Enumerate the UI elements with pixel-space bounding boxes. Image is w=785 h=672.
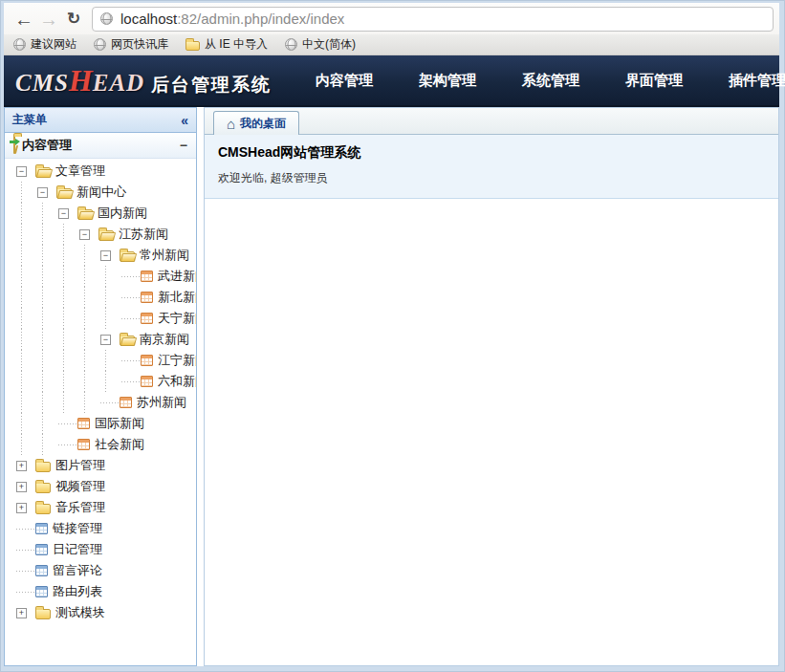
tree-node[interactable]: 留言评论 — [5, 560, 196, 581]
topnav-item[interactable]: 界面管理 — [602, 72, 706, 90]
back-icon[interactable]: ← — [11, 7, 36, 32]
tree-guide — [37, 413, 58, 434]
folder-open-icon — [77, 209, 93, 220]
tree-connector — [121, 360, 141, 361]
tree-guide — [37, 266, 58, 287]
folder-go-icon — [13, 137, 15, 154]
expand-node-icon[interactable]: + — [16, 503, 27, 513]
tree-guide — [16, 329, 37, 350]
tree-guide — [16, 350, 37, 371]
tree-label: 国内新闻 — [98, 205, 147, 222]
table-blue-icon — [35, 544, 48, 555]
content-area — [205, 199, 778, 665]
tree-node[interactable]: 社会新闻 — [5, 434, 196, 455]
folder-open-icon — [120, 336, 135, 346]
bookmark-label: 从 IE 中导入 — [205, 36, 268, 53]
reload-icon[interactable]: ↻ — [61, 7, 86, 32]
tree-node[interactable]: 武进新闻 — [5, 266, 196, 287]
collapse-node-icon[interactable]: − — [100, 335, 111, 345]
tree-guide — [37, 224, 58, 245]
tree-node[interactable]: 六和新闻 — [5, 371, 196, 392]
topnav-item[interactable]: 插件管理 — [706, 72, 785, 90]
tree-label: 视频管理 — [55, 478, 105, 495]
tree-node[interactable]: −国内新闻 — [5, 203, 196, 224]
table-blue-icon — [35, 523, 48, 534]
collapse-sidebar-icon[interactable]: « — [181, 114, 188, 127]
tree-guide — [37, 350, 58, 371]
bookmark-item[interactable]: 从 IE 中导入 — [185, 36, 268, 53]
tree-connector — [121, 276, 141, 277]
tree-node[interactable]: 日记管理 — [5, 539, 196, 560]
folder-closed-icon — [35, 609, 51, 619]
tree-label: 新北新闻 — [158, 289, 196, 306]
tree-node[interactable]: +图片管理 — [5, 455, 196, 476]
workspace: 主菜单 « 内容管理 − −文章管理−新闻中心−国内新闻−江苏新闻−常州新闻武进… — [4, 107, 779, 666]
tree-connector — [16, 550, 35, 551]
tree-guide — [58, 371, 79, 392]
accordion-collapse-icon[interactable]: − — [180, 139, 187, 152]
tree-label: 新闻中心 — [76, 184, 126, 201]
tree-node[interactable]: −文章管理 — [5, 161, 196, 182]
sidebar-title: 主菜单 — [12, 112, 47, 128]
tree-label: 南京新闻 — [140, 331, 189, 348]
globe-icon — [285, 38, 297, 51]
url-path: :82/admin.php/index/index — [177, 11, 344, 27]
tree-node[interactable]: −江苏新闻 — [5, 224, 196, 245]
tree-node[interactable]: 苏州新闻 — [5, 392, 196, 413]
logo-suffix: 后台管理系统 — [151, 73, 272, 98]
tree-node[interactable]: 江宁新闻 — [5, 350, 196, 371]
tree-label: 江宁新闻 — [158, 352, 196, 369]
collapse-node-icon[interactable]: − — [79, 229, 90, 240]
sidebar-panel: 主菜单 « 内容管理 − −文章管理−新闻中心−国内新闻−江苏新闻−常州新闻武进… — [4, 107, 197, 666]
folder-closed-icon — [35, 504, 51, 514]
tree-guide — [37, 245, 58, 266]
folder-closed-icon — [35, 462, 51, 472]
tree-label: 音乐管理 — [55, 499, 105, 516]
accordion-content-management[interactable]: 内容管理 − — [5, 133, 196, 159]
collapse-node-icon[interactable]: − — [58, 208, 69, 219]
tree-connector — [58, 423, 77, 424]
tree-node[interactable]: 链接管理 — [5, 518, 196, 539]
tree-guide — [100, 287, 121, 308]
tree-node[interactable]: 路由列表 — [5, 581, 196, 602]
url-text: localhost:82/admin.php/index/index — [120, 11, 344, 27]
tree-label: 链接管理 — [53, 520, 102, 537]
topnav-item[interactable]: 架构管理 — [396, 72, 499, 90]
expand-node-icon[interactable]: + — [16, 482, 27, 492]
accordion-label: 内容管理 — [22, 137, 72, 154]
tree-guide — [16, 392, 37, 413]
collapse-node-icon[interactable]: − — [16, 166, 27, 177]
panel-splitter[interactable] — [197, 107, 204, 666]
tab-my-desktop[interactable]: ⌂ 我的桌面 — [213, 111, 299, 135]
tree-node[interactable]: 国际新闻 — [5, 413, 196, 434]
topnav-item[interactable]: 系统管理 — [499, 72, 602, 90]
tree-label: 六和新闻 — [158, 373, 196, 390]
topnav-item[interactable]: 内容管理 — [293, 72, 396, 90]
bookmark-item[interactable]: 建议网站 — [13, 36, 76, 53]
tree-node[interactable]: −常州新闻 — [5, 245, 196, 266]
expand-node-icon[interactable]: + — [16, 608, 27, 618]
tree-node[interactable]: −新闻中心 — [5, 182, 196, 203]
tree-node[interactable]: 新北新闻 — [5, 287, 196, 308]
tree-connector — [121, 318, 141, 319]
tree-label: 文章管理 — [55, 163, 105, 180]
forward-icon[interactable]: → — [36, 7, 61, 32]
tree-guide — [79, 266, 100, 287]
tree-guide — [100, 371, 121, 392]
tree-guide — [100, 350, 121, 371]
address-bar[interactable]: localhost:82/admin.php/index/index — [92, 7, 774, 32]
tree-node[interactable]: +视频管理 — [5, 476, 196, 497]
tree-node[interactable]: 天宁新闻 — [5, 308, 196, 329]
tree-guide — [37, 329, 58, 350]
welcome-message: 欢迎光临, 超级管理员 — [218, 170, 765, 186]
bookmark-item[interactable]: 网页快讯库 — [94, 36, 168, 53]
collapse-node-icon[interactable]: − — [100, 250, 111, 261]
tree-node[interactable]: −南京新闻 — [5, 329, 196, 350]
tree-node[interactable]: +测试模块 — [5, 602, 196, 623]
home-icon: ⌂ — [227, 117, 235, 131]
expand-node-icon[interactable]: + — [16, 461, 27, 471]
tree-guide — [37, 371, 58, 392]
tree-node[interactable]: +音乐管理 — [5, 497, 196, 518]
bookmark-item[interactable]: 中文(简体) — [285, 36, 356, 53]
collapse-node-icon[interactable]: − — [37, 187, 48, 198]
